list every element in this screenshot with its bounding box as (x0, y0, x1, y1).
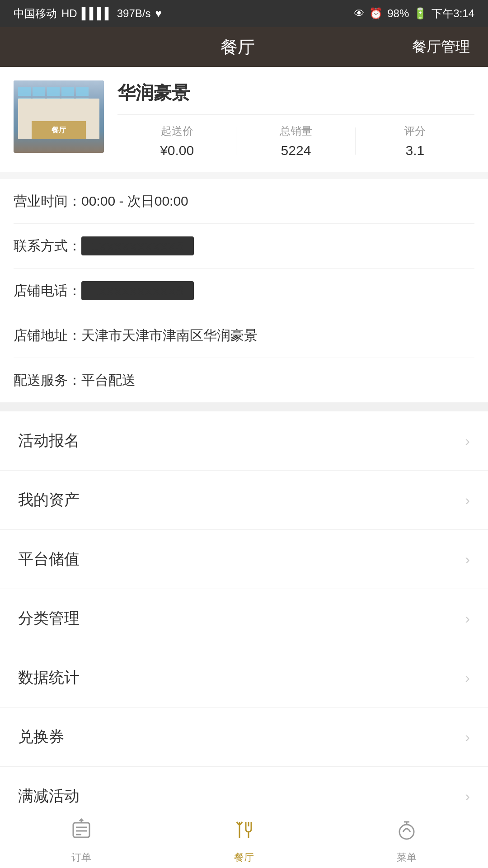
info-label: 店铺电话： (14, 283, 81, 298)
section-divider (0, 402, 488, 411)
battery-text: 98% (387, 7, 409, 20)
menu-item-shuju[interactable]: 数据统计 › (0, 648, 488, 708)
chevron-right-icon: › (465, 551, 470, 568)
network-speed: 397B/s (117, 7, 151, 20)
info-label: 配送服务： (14, 373, 81, 387)
info-label: 店铺地址： (14, 328, 81, 343)
total-sales-label: 总销量 (236, 124, 355, 138)
restaurant-info: 华润豪景 起送价 ¥0.00 总销量 5224 评分 3.1 (117, 80, 474, 158)
rating-value: 3.1 (356, 143, 474, 158)
svg-point-8 (399, 825, 414, 839)
tab-icon-orders (70, 818, 93, 847)
tab-label-restaurant: 餐厅 (234, 851, 254, 864)
tab-label-orders: 订单 (71, 851, 91, 864)
min-order-label: 起送价 (117, 124, 236, 138)
menu-item-label: 平台储值 (18, 549, 80, 570)
nav-right-action[interactable]: 餐厅管理 (412, 37, 470, 57)
restaurant-stats: 起送价 ¥0.00 总销量 5224 评分 3.1 (117, 114, 474, 158)
tab-bar: 订单 餐厅 菜单 (0, 814, 488, 868)
menu-item-label: 活动报名 (18, 430, 80, 451)
info-value: 平台配送 (81, 373, 136, 387)
restaurant-name: 华润豪景 (117, 80, 474, 105)
menu-item-duihuan[interactable]: 兑换券 › (0, 708, 488, 767)
battery-icon: 🔋 (413, 7, 427, 20)
chevron-right-icon: › (465, 729, 470, 745)
signal-strength: ▌▌▌▌ (82, 7, 113, 20)
chevron-right-icon: › (465, 610, 470, 627)
info-row-0: 营业时间：00:00 - 次日00:00 (14, 179, 474, 224)
total-sales-stat: 总销量 5224 (236, 124, 355, 158)
time-text: 下午3:14 (432, 6, 474, 21)
menu-item-chuzhi[interactable]: 平台储值 › (0, 530, 488, 589)
tab-icon-restaurant (232, 818, 256, 847)
nav-bar: 餐厅 餐厅管理 (0, 27, 488, 67)
restaurant-card: 餐厅 华润豪景 起送价 ¥0.00 总销量 5224 评分 3.1 (0, 67, 488, 172)
alarm-icon: ⏰ (369, 7, 383, 20)
tab-item-orders[interactable]: 订单 (0, 818, 163, 864)
info-row-2: 店铺电话： 1xxxxxxxxxx8 (14, 269, 474, 313)
chevron-right-icon: › (465, 492, 470, 509)
info-value: 00:00 - 次日00:00 (81, 193, 188, 208)
tab-icon-menu (395, 818, 418, 847)
min-order-value: ¥0.00 (117, 143, 236, 158)
menu-item-label: 数据统计 (18, 667, 80, 688)
status-left: 中国移动 HD ▌▌▌▌ 397B/s ♥ (14, 6, 162, 21)
info-section: 营业时间：00:00 - 次日00:00联系方式： 1xxxxxxxxxx5 店… (0, 179, 488, 402)
menu-item-label: 满减活动 (18, 786, 80, 807)
tab-label-menu: 菜单 (397, 851, 417, 864)
menu-item-huodong[interactable]: 活动报名 › (0, 411, 488, 471)
tab-item-restaurant[interactable]: 餐厅 (163, 818, 325, 864)
chevron-right-icon: › (465, 670, 470, 686)
rating-stat: 评分 3.1 (356, 124, 474, 158)
info-row-4: 配送服务：平台配送 (14, 358, 474, 402)
restaurant-image: 餐厅 (14, 80, 104, 153)
total-sales-value: 5224 (236, 143, 355, 158)
menu-item-label: 分类管理 (18, 608, 80, 629)
info-row-1: 联系方式： 1xxxxxxxxxx5 (14, 224, 474, 269)
page-title: 餐厅 (63, 36, 412, 59)
info-label: 联系方式： (14, 238, 81, 253)
status-right: 👁 ⏰ 98% 🔋 下午3:14 (354, 6, 474, 21)
menu-item-label: 我的资产 (18, 490, 80, 510)
rating-label: 评分 (356, 124, 474, 138)
menu-section: 活动报名 › 我的资产 › 平台储值 › 分类管理 › 数据统计 › 兑换券 ›… (0, 411, 488, 868)
chevron-right-icon: › (465, 788, 470, 805)
info-value-blurred: 1xxxxxxxxxx5 (81, 236, 194, 255)
carrier-text: 中国移动 (14, 6, 57, 21)
info-label: 营业时间： (14, 193, 81, 208)
info-row-3: 店铺地址：天津市天津市津南区华润豪景 (14, 313, 474, 358)
menu-item-fenlei[interactable]: 分类管理 › (0, 589, 488, 648)
info-value: 天津市天津市津南区华润豪景 (81, 328, 258, 343)
eye-icon: 👁 (354, 7, 365, 20)
chevron-right-icon: › (465, 433, 470, 449)
tab-item-menu[interactable]: 菜单 (325, 818, 488, 864)
status-bar: 中国移动 HD ▌▌▌▌ 397B/s ♥ 👁 ⏰ 98% 🔋 下午3:14 (0, 0, 488, 27)
info-value-blurred: 1xxxxxxxxxx8 (81, 281, 194, 300)
hd-badge: HD (61, 7, 77, 20)
health-icon: ♥ (155, 7, 161, 20)
menu-item-label: 兑换券 (18, 726, 64, 747)
menu-item-zichan[interactable]: 我的资产 › (0, 471, 488, 530)
min-order-stat: 起送价 ¥0.00 (117, 124, 236, 158)
